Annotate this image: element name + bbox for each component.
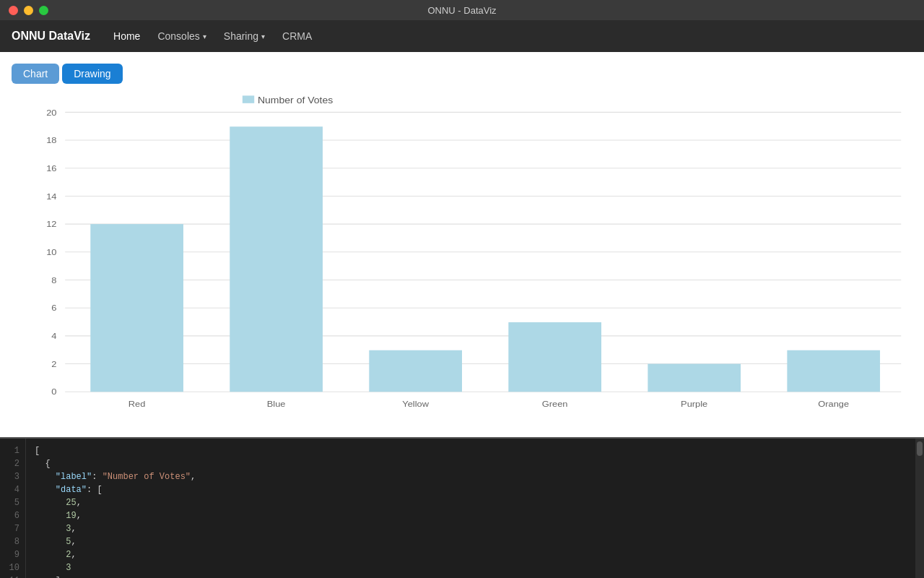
nav-crma[interactable]: CRMA (282, 30, 312, 42)
bar-red (90, 224, 183, 392)
nav-home[interactable]: Home (113, 30, 140, 42)
scrollbar-thumb[interactable] (917, 441, 923, 456)
tab-chart[interactable]: Chart (12, 64, 59, 84)
x-label-blue: Blue (267, 400, 286, 409)
bar-orange (787, 350, 880, 392)
close-button[interactable] (9, 6, 18, 15)
brand-logo: ONNU DataViz (12, 30, 90, 43)
code-editor[interactable]: [ { "label": "Number of Votes", "data": … (26, 439, 915, 578)
y-label-16: 16 (46, 164, 57, 173)
tab-drawing[interactable]: Drawing (62, 64, 122, 84)
bar-blue (230, 126, 323, 392)
navbar: ONNU DataViz Home Consoles Sharing CRMA (0, 20, 924, 52)
chart-container: Number of Votes 0 2 4 6 8 10 12 14 (0, 90, 924, 437)
titlebar: ONNU - DataViz (0, 0, 924, 20)
y-label-4: 4 (51, 332, 56, 341)
traffic-lights (9, 6, 48, 15)
legend-label: Number of Votes (258, 95, 334, 105)
x-label-orange: Orange (818, 400, 849, 409)
x-label-green: Green (542, 400, 568, 409)
y-label-14: 14 (46, 191, 57, 201)
x-label-yellow: Yellow (402, 400, 429, 409)
line-numbers: 1 2 3 4 5 6 7 8 9 10 11 12 13 (0, 439, 26, 578)
maximize-button[interactable] (39, 6, 48, 15)
tab-bar: Chart Drawing (0, 52, 924, 90)
nav-consoles[interactable]: Consoles (157, 30, 206, 42)
chart-svg: Number of Votes 0 2 4 6 8 10 12 14 (14, 90, 910, 437)
bar-yellow (369, 350, 462, 392)
legend-color-box (243, 95, 254, 103)
bar-purple (648, 364, 741, 392)
nav-sharing[interactable]: Sharing (224, 30, 265, 42)
y-label-10: 10 (46, 248, 57, 257)
y-label-12: 12 (46, 220, 57, 229)
minimize-button[interactable] (24, 6, 33, 15)
y-label-20: 20 (46, 108, 57, 117)
code-panel: 1 2 3 4 5 6 7 8 9 10 11 12 13 [ { "label… (0, 437, 924, 578)
y-label-18: 18 (46, 136, 57, 145)
y-label-0: 0 (51, 387, 56, 397)
x-label-purple: Purple (681, 400, 707, 409)
y-label-6: 6 (51, 303, 56, 313)
bar-green (508, 322, 601, 392)
window-title: ONNU - DataViz (427, 5, 496, 16)
main-content: Chart Drawing Number of Votes 0 2 (0, 52, 924, 578)
y-label-8: 8 (51, 275, 56, 285)
y-label-2: 2 (51, 359, 56, 368)
x-label-red: Red (128, 400, 146, 409)
scrollbar[interactable] (915, 439, 924, 578)
